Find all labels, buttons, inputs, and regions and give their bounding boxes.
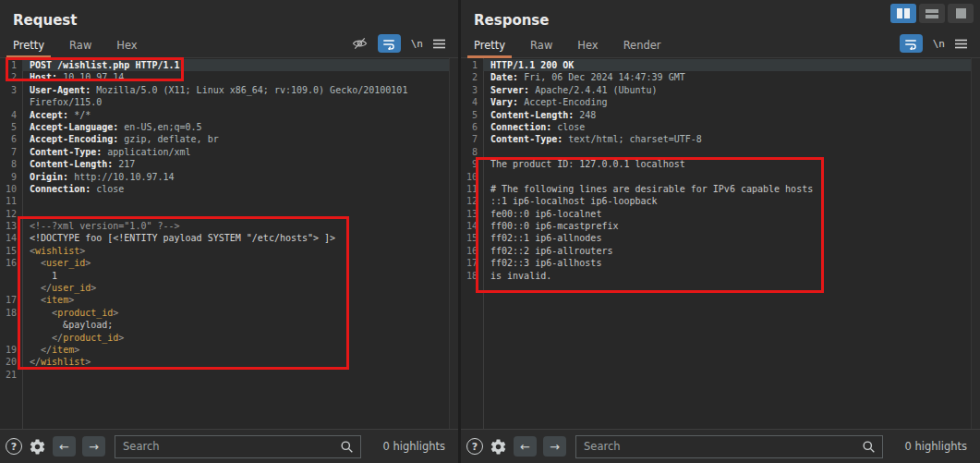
layout-single-button[interactable] bbox=[948, 4, 974, 23]
line-number: 10 bbox=[461, 171, 483, 183]
request-searchbar: 0 highlights bbox=[0, 429, 458, 463]
response-tabs: PrettyRawHexRender bbox=[474, 32, 686, 57]
request-tab-hex[interactable]: Hex bbox=[116, 32, 137, 57]
code-row: </product_id> bbox=[0, 332, 449, 344]
line-number: 21 bbox=[0, 369, 22, 381]
search-icon bbox=[862, 440, 876, 457]
code-row: 18 <product_id> bbox=[0, 307, 449, 319]
code-row: 17 <item> bbox=[0, 294, 449, 306]
request-scrollbar[interactable] bbox=[449, 58, 458, 429]
line-number: 17 bbox=[0, 294, 22, 306]
code-row: 4Accept: */* bbox=[0, 109, 449, 121]
code-row: Firefox/115.0 bbox=[0, 96, 449, 108]
code-row: 16ff02::2 ip6-allrouters bbox=[461, 245, 971, 257]
code-row: 3User-Agent: Mozilla/5.0 (X11; Linux x86… bbox=[0, 84, 449, 96]
response-tabbar: PrettyRawHexRender \n bbox=[461, 32, 980, 58]
rows-icon bbox=[926, 9, 938, 18]
code-row: 5Accept-Language: en-US,en;q=0.5 bbox=[0, 121, 449, 133]
single-pane-icon bbox=[956, 8, 966, 18]
code-row: 18is invalid. bbox=[461, 270, 971, 282]
search-icon bbox=[340, 440, 354, 457]
line-number: 7 bbox=[0, 146, 22, 158]
hide-nonprintable-icon[interactable] bbox=[352, 37, 368, 50]
response-editor[interactable]: 1HTTP/1.1 200 OK2Date: Fri, 06 Dec 2024 … bbox=[461, 58, 980, 429]
menu-icon[interactable] bbox=[433, 39, 445, 49]
line-number bbox=[0, 270, 22, 282]
code-row: 19 </item> bbox=[0, 344, 449, 356]
gear-icon[interactable] bbox=[29, 438, 46, 456]
line-number: 1 bbox=[0, 59, 22, 71]
line-number: 9 bbox=[0, 171, 22, 183]
line-number: 8 bbox=[461, 146, 483, 158]
code-row: 10 bbox=[461, 171, 971, 183]
code-row: &payload; bbox=[0, 319, 449, 331]
code-row: 12::1 ip6-localhost ip6-loopback bbox=[461, 195, 971, 207]
line-number: 2 bbox=[461, 71, 483, 83]
line-number: 12 bbox=[0, 208, 22, 220]
newline-icon[interactable]: \n bbox=[411, 38, 423, 50]
request-tab-pretty[interactable]: Pretty bbox=[13, 32, 44, 57]
response-tab-raw[interactable]: Raw bbox=[530, 32, 552, 57]
code-row: 4Vary: Accept-Encoding bbox=[461, 96, 971, 108]
request-tabbar: PrettyRawHex \n bbox=[0, 32, 458, 58]
highlights-count: 0 highlights bbox=[368, 440, 445, 453]
code-row: 9The product ID: 127.0.0.1 localhost bbox=[461, 158, 971, 170]
line-number: 15 bbox=[461, 232, 483, 244]
search-field-wrap bbox=[575, 435, 883, 458]
help-icon[interactable] bbox=[6, 438, 22, 455]
code-row: 5Content-Length: 248 bbox=[461, 109, 971, 121]
search-input[interactable] bbox=[576, 440, 882, 453]
code-row: 9Origin: http://10.10.97.14 bbox=[0, 171, 449, 183]
newline-icon[interactable]: \n bbox=[933, 38, 945, 50]
request-toolbar: \n bbox=[352, 32, 445, 57]
search-prev-button[interactable] bbox=[53, 436, 76, 457]
soft-wrap-icon[interactable] bbox=[378, 34, 401, 53]
code-row: 14ff00::0 ip6-mcastprefix bbox=[461, 220, 971, 232]
help-icon[interactable] bbox=[466, 438, 483, 455]
code-row: 11 bbox=[0, 195, 449, 207]
search-input[interactable] bbox=[115, 440, 360, 453]
line-number: 14 bbox=[0, 232, 22, 244]
code-row: 7Content-Type: application/xml bbox=[0, 146, 449, 158]
layout-rows-button[interactable] bbox=[919, 4, 945, 23]
line-number: 3 bbox=[0, 84, 22, 96]
line-number bbox=[0, 96, 22, 108]
response-tab-render[interactable]: Render bbox=[623, 32, 661, 57]
code-row: 2Host: 10.10.97.14 bbox=[0, 71, 449, 83]
code-row: </user_id> bbox=[0, 282, 449, 294]
soft-wrap-icon[interactable] bbox=[900, 34, 923, 53]
line-number: 11 bbox=[461, 183, 483, 195]
layout-columns-button[interactable] bbox=[890, 4, 916, 23]
code-row: 20</wishlist> bbox=[0, 356, 449, 368]
line-number: 6 bbox=[0, 133, 22, 145]
code-row: 3Server: Apache/2.4.41 (Ubuntu) bbox=[461, 84, 971, 96]
menu-icon[interactable] bbox=[955, 39, 967, 49]
response-tab-pretty[interactable]: Pretty bbox=[474, 32, 505, 57]
code-row: 14<!DOCTYPE foo [<!ENTITY payload SYSTEM… bbox=[0, 232, 449, 244]
search-next-button[interactable] bbox=[82, 436, 105, 457]
gear-icon[interactable] bbox=[490, 438, 507, 456]
line-number: 16 bbox=[0, 257, 22, 269]
response-toolbar: \n bbox=[900, 32, 967, 57]
request-editor[interactable]: 1POST /wishlist.php HTTP/1.12Host: 10.10… bbox=[0, 58, 458, 429]
code-row: 8Content-Length: 217 bbox=[0, 158, 449, 170]
code-row: 7Content-Type: text/html; charset=UTF-8 bbox=[461, 133, 971, 145]
search-next-button[interactable] bbox=[543, 436, 566, 457]
code-row: 15ff02::1 ip6-allnodes bbox=[461, 232, 971, 244]
line-number: 6 bbox=[461, 121, 483, 133]
request-tab-raw[interactable]: Raw bbox=[69, 32, 91, 57]
search-prev-button[interactable] bbox=[514, 436, 537, 457]
line-number: 5 bbox=[461, 109, 483, 121]
columns-icon bbox=[897, 8, 902, 18]
code-row: 2Date: Fri, 06 Dec 2024 14:47:39 GMT bbox=[461, 71, 971, 83]
code-row: 6Connection: close bbox=[461, 121, 971, 133]
code-row: 12 bbox=[0, 208, 449, 220]
line-number: 7 bbox=[461, 133, 483, 145]
code-row: 13fe00::0 ip6-localnet bbox=[461, 208, 971, 220]
line-number bbox=[0, 282, 22, 294]
response-scrollbar[interactable] bbox=[971, 58, 980, 429]
line-number: 15 bbox=[0, 245, 22, 257]
code-row: 10Connection: close bbox=[0, 183, 449, 195]
response-tab-hex[interactable]: Hex bbox=[577, 32, 598, 57]
line-number: 5 bbox=[0, 121, 22, 133]
